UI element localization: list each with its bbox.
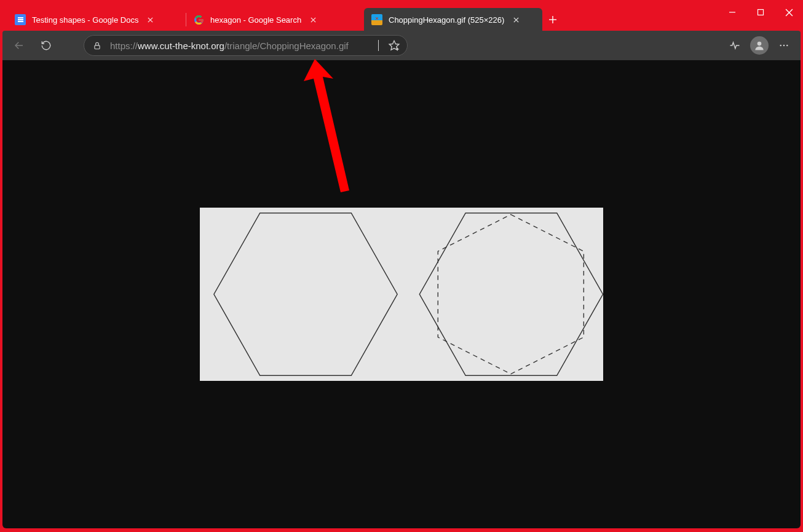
refresh-button[interactable] bbox=[34, 34, 58, 57]
tab-docs[interactable]: Testing shapes - Google Docs bbox=[7, 8, 186, 31]
back-button[interactable] bbox=[7, 34, 31, 57]
window-controls bbox=[718, 0, 803, 25]
tab-close-button[interactable] bbox=[307, 14, 318, 25]
window-minimize-button[interactable] bbox=[718, 1, 746, 23]
tab-label: ChoppingHexagon.gif (525×226) bbox=[389, 15, 504, 25]
lock-icon bbox=[93, 41, 103, 50]
svg-point-20 bbox=[786, 45, 788, 47]
site-favicon-icon bbox=[371, 14, 382, 25]
page-viewport bbox=[2, 60, 801, 528]
tab-strip: Testing shapes - Google Docs hexagon - G… bbox=[7, 7, 711, 32]
tab-google-search[interactable]: hexagon - Google Search bbox=[186, 8, 364, 31]
tab-label: hexagon - Google Search bbox=[210, 15, 301, 25]
tab-close-button[interactable] bbox=[144, 14, 156, 25]
url-path: /triangle/ChoppingHexagon.gif bbox=[224, 41, 349, 51]
tab-close-button[interactable] bbox=[510, 14, 521, 25]
svg-rect-1 bbox=[758, 10, 764, 15]
add-favorite-button[interactable] bbox=[387, 39, 401, 52]
new-tab-button[interactable] bbox=[542, 9, 563, 30]
url-host: www.cut-the-knot.org bbox=[138, 41, 224, 51]
google-docs-icon bbox=[15, 14, 26, 25]
svg-rect-21 bbox=[200, 208, 603, 381]
google-icon bbox=[193, 14, 204, 25]
performance-button[interactable] bbox=[723, 34, 746, 57]
svg-rect-13 bbox=[95, 45, 100, 49]
url-text: https://www.cut-the-knot.org/triangle/Ch… bbox=[110, 41, 370, 51]
tab-label: Testing shapes - Google Docs bbox=[32, 15, 138, 25]
profile-avatar-button[interactable] bbox=[750, 36, 769, 55]
url-scheme: https:// bbox=[110, 41, 138, 51]
svg-point-17 bbox=[758, 42, 762, 46]
tab-chopping-hexagon[interactable]: ChoppingHexagon.gif (525×226) bbox=[364, 8, 542, 31]
svg-point-18 bbox=[780, 45, 781, 47]
text-caret bbox=[378, 40, 379, 51]
settings-menu-button[interactable] bbox=[772, 34, 796, 57]
browser-toolbar: https://www.cut-the-knot.org/triangle/Ch… bbox=[2, 31, 801, 60]
image-content[interactable] bbox=[200, 208, 603, 381]
svg-point-19 bbox=[783, 45, 785, 47]
address-bar[interactable]: https://www.cut-the-knot.org/triangle/Ch… bbox=[84, 35, 408, 56]
window-close-button[interactable] bbox=[775, 1, 803, 23]
window-maximize-button[interactable] bbox=[746, 1, 775, 23]
